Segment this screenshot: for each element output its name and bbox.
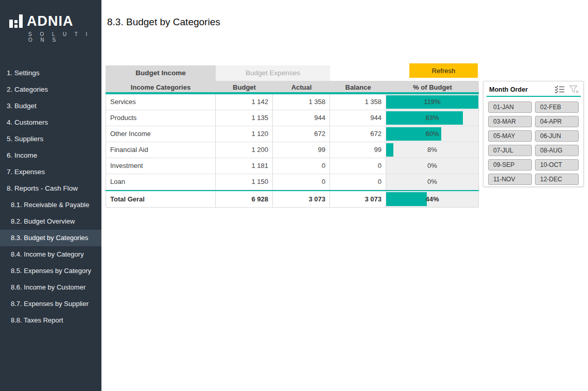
pct-cell: 60%: [386, 126, 479, 142]
month-buttons-grid: 01-JAN 02-FEB 03-MAR 04-APR 05-MAY 06-JU…: [483, 97, 583, 190]
month-button-dec[interactable]: 12-DEC: [535, 174, 579, 185]
category-cell: Investment: [106, 158, 216, 174]
pct-label: 0%: [427, 178, 437, 185]
sidebar-item-reports-cash-flow[interactable]: 8. Reports - Cash Flow: [0, 180, 101, 197]
tab-budget-income[interactable]: Budget Income: [106, 65, 216, 81]
sidebar-item-settings[interactable]: 1. Settings: [0, 65, 101, 81]
pct-bar: [386, 111, 463, 125]
actual-cell: 672: [273, 126, 330, 142]
table-header-row: Income Categories Budget Actual Balance …: [106, 81, 479, 94]
sidebar-item-expenses-by-supplier[interactable]: 8.7. Expenses by Supplier: [0, 296, 101, 312]
balance-cell: 0: [330, 158, 386, 174]
month-button-apr[interactable]: 04-APR: [535, 116, 579, 127]
month-button-mar[interactable]: 03-MAR: [488, 116, 532, 127]
sidebar-item-customers[interactable]: 4. Customers: [0, 114, 101, 131]
balance-cell: 944: [330, 110, 386, 126]
sidebar-item-income[interactable]: 6. Income: [0, 147, 101, 164]
tab-budget-expenses[interactable]: Budget Expenses: [216, 65, 330, 81]
total-actual-cell: 3 073: [273, 191, 330, 207]
column-header-balance: Balance: [330, 81, 386, 92]
month-button-jul[interactable]: 07-JUL: [488, 145, 532, 156]
month-button-oct[interactable]: 10-OCT: [535, 159, 579, 171]
month-button-feb[interactable]: 02-FEB: [535, 101, 579, 113]
total-balance-cell: 3 073: [330, 191, 386, 207]
actual-cell: 1 358: [273, 94, 330, 110]
pct-label: 83%: [425, 114, 439, 122]
sidebar-item-suppliers[interactable]: 5. Suppliers: [0, 131, 101, 147]
total-pct-cell: 44%: [386, 191, 479, 207]
sidebar-item-expenses-by-category[interactable]: 8.5. Expenses by Category: [0, 263, 101, 279]
month-button-jan[interactable]: 01-JAN: [488, 101, 532, 113]
total-label-cell: Total Geral: [106, 191, 216, 207]
category-cell: Services: [106, 94, 216, 110]
month-button-may[interactable]: 05-MAY: [488, 130, 532, 142]
pct-label: 44%: [425, 195, 439, 203]
sidebar-item-budget[interactable]: 3. Budget: [0, 98, 101, 114]
pct-label: 119%: [424, 98, 440, 106]
slicer-title: Month Order: [489, 86, 550, 93]
pct-cell: 0%: [386, 174, 479, 190]
sidebar-item-budget-overview[interactable]: 8.2. Budget Overview: [0, 213, 101, 230]
sidebar: ADNIA S O L U T I O N S 1. Settings 2. C…: [0, 0, 101, 391]
table-row: Other Income 1 120 672 672 60%: [106, 126, 479, 142]
month-button-jun[interactable]: 06-JUN: [535, 130, 579, 142]
category-cell: Loan: [106, 174, 216, 190]
clear-filter-icon[interactable]: [569, 85, 579, 94]
bar-chart-logo-icon: [9, 10, 23, 28]
budget-cell: 1 142: [216, 94, 273, 110]
table-row: Services 1 142 1 358 1 358 119%: [106, 94, 479, 110]
budget-cell: 1 181: [216, 158, 273, 174]
table-row: Financial Aid 1 200 99 99 8%: [106, 142, 479, 158]
sidebar-item-taxes-report[interactable]: 8.8. Taxes Report: [0, 312, 101, 329]
sidebar-item-receivable-payable[interactable]: 8.1. Receivable & Payable: [0, 197, 101, 213]
main-content: 8.3. Budget by Categories Budget Income …: [101, 0, 588, 391]
balance-cell: 1 358: [330, 94, 386, 110]
sidebar-item-income-by-customer[interactable]: 8.6. Income by Customer: [0, 279, 101, 296]
pct-cell: 119%: [386, 94, 479, 110]
adnia-logo: ADNIA S O L U T I O N S: [0, 0, 101, 43]
sidebar-item-categories[interactable]: 2. Categories: [0, 81, 101, 98]
multi-select-icon[interactable]: [555, 85, 565, 94]
pct-cell: 0%: [386, 158, 479, 174]
category-cell: Products: [106, 110, 216, 126]
month-order-slicer: Month Order 01-JAN 02-FEB 03-MAR: [483, 81, 584, 187]
sidebar-item-budget-by-categories[interactable]: 8.3. Budget by Categories: [0, 230, 101, 246]
sidebar-nav: 1. Settings 2. Categories 3. Budget 4. C…: [0, 65, 101, 329]
balance-cell: 99: [330, 142, 386, 158]
sidebar-item-expenses[interactable]: 7. Expenses: [0, 164, 101, 180]
column-header-income-categories: Income Categories: [106, 81, 216, 92]
actual-cell: 944: [273, 110, 330, 126]
table-total-row: Total Geral 6 928 3 073 3 073 44%: [106, 190, 479, 208]
page-title: 8.3. Budget by Categories: [107, 16, 220, 28]
table-row: Products 1 135 944 944 83%: [106, 110, 479, 126]
actual-cell: 99: [273, 142, 330, 158]
column-header-actual: Actual: [273, 81, 330, 92]
pct-bar: [386, 143, 393, 157]
table-row: Investment 1 181 0 0 0%: [106, 158, 479, 174]
pct-label: 8%: [427, 146, 437, 154]
budget-cell: 1 150: [216, 174, 273, 190]
pct-label: 60%: [425, 130, 439, 138]
logo-subtitle-text: S O L U T I O N S: [28, 31, 101, 43]
month-button-sep[interactable]: 09-SEP: [488, 159, 532, 171]
actual-cell: 0: [273, 158, 330, 174]
report-tabs: Budget Income Budget Expenses: [106, 65, 330, 81]
budget-cell: 1 200: [216, 142, 273, 158]
column-header-budget: Budget: [216, 81, 273, 92]
category-cell: Financial Aid: [106, 142, 216, 158]
pct-cell: 8%: [386, 142, 479, 158]
actual-cell: 0: [273, 174, 330, 190]
pct-cell: 83%: [386, 110, 479, 126]
total-budget-cell: 6 928: [216, 191, 273, 207]
logo-brand-text: ADNIA: [27, 15, 74, 28]
refresh-button[interactable]: Refresh: [409, 63, 478, 78]
column-header-pct-of-budget: % of Budget: [386, 81, 479, 92]
category-cell: Other Income: [106, 126, 216, 142]
month-button-nov[interactable]: 11-NOV: [488, 174, 532, 185]
sidebar-item-income-by-category[interactable]: 8.4. Income by Category: [0, 246, 101, 263]
balance-cell: 672: [330, 126, 386, 142]
month-button-aug[interactable]: 08-AUG: [535, 145, 579, 156]
balance-cell: 0: [330, 174, 386, 190]
table-row: Loan 1 150 0 0 0%: [106, 174, 479, 190]
budget-table: Income Categories Budget Actual Balance …: [106, 81, 479, 208]
